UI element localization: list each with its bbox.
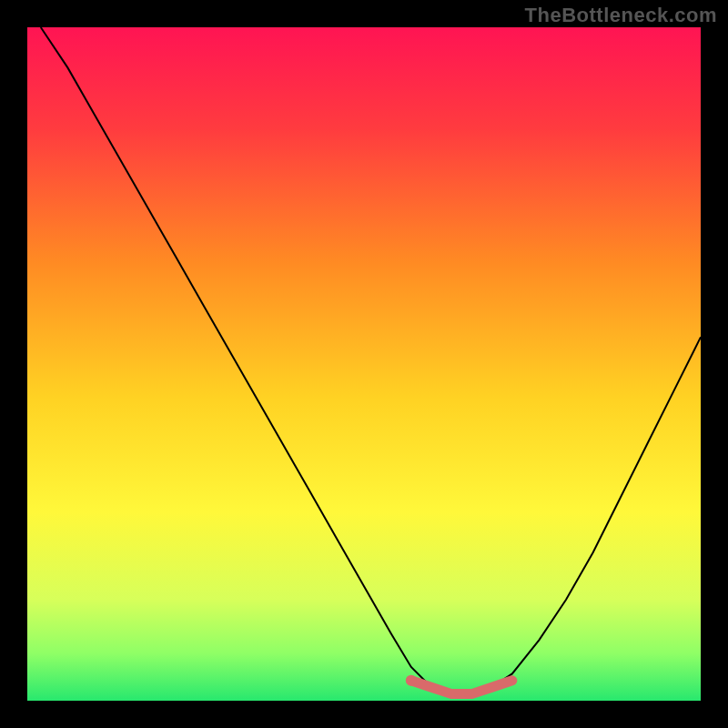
optimal-start-dot — [406, 675, 417, 686]
gradient-background — [27, 27, 701, 701]
watermark-text: TheBottleneck.com — [525, 4, 717, 27]
chart-container: TheBottleneck.com — [0, 0, 728, 728]
bottleneck-chart — [0, 0, 728, 728]
